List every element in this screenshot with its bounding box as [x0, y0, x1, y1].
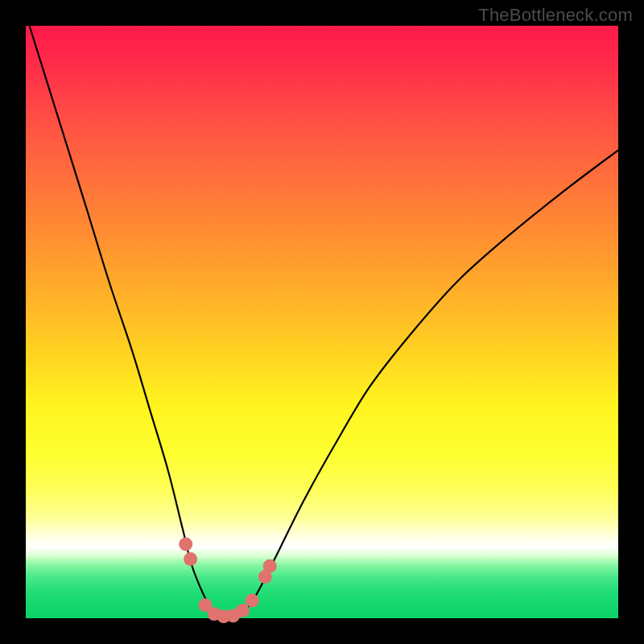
curve-marker [179, 538, 192, 551]
watermark-text: TheBottleneck.com [478, 5, 633, 26]
plot-area [26, 26, 618, 618]
curve-marker [184, 552, 197, 566]
bottleneck-curve [26, 14, 618, 618]
curve-marker [263, 559, 277, 573]
chart-frame: TheBottleneck.com [0, 0, 644, 644]
curve-svg [26, 26, 618, 618]
curve-marker [236, 604, 250, 617]
curve-marker [246, 593, 259, 607]
marker-group [179, 538, 277, 624]
